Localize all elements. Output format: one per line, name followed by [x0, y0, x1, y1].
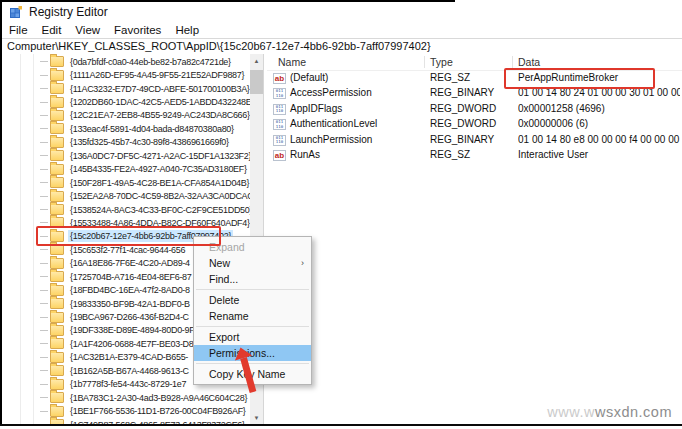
folder-icon: [50, 406, 64, 417]
tree-key-item[interactable]: {133eac4f-5891-4d04-bada-d84870380a80}: [2, 122, 250, 135]
scroll-down-icon[interactable]: ▼: [250, 411, 263, 424]
value-name: LaunchPermission: [290, 134, 372, 145]
folder-icon: [50, 164, 64, 175]
tree-key-label: {15c653f2-77f1-4cac-9644-656: [68, 244, 187, 256]
registry-value-row[interactable]: abRunAsREG_SZInteractive User: [267, 148, 682, 163]
registry-value-row[interactable]: ab(Default)REG_SZPerAppRuntimeBroker: [267, 71, 682, 86]
registry-value-row[interactable]: 011110AccessPermissionREG_BINARY01 00 14…: [267, 86, 682, 101]
tree-key-item[interactable]: {1111A26D-EF95-4A45-9F55-21E52ADF9887}: [2, 68, 250, 81]
tree-branch-line: [40, 384, 48, 385]
binary-value-icon: 011110: [273, 104, 286, 115]
registry-editor-window: Registry Editor File Edit View Favorites…: [0, 0, 682, 429]
context-menu-item-delete[interactable]: Delete: [194, 292, 311, 308]
tree-branch-line: [40, 169, 48, 170]
context-menu-item-rename[interactable]: Rename: [194, 308, 311, 324]
value-type: REG_SZ: [430, 149, 470, 160]
tree-key-item[interactable]: {152EA2A8-70DC-4C59-8B2A-32AA3CA0DCAC}: [2, 189, 250, 202]
screenshot-border-bottom: [0, 424, 682, 426]
context-menu-item-expand: Expand: [194, 239, 311, 255]
tree-key-label: {1AC32B1A-E379-4CAD-B655-: [68, 351, 190, 363]
tree-branch-line: [40, 397, 48, 398]
tree-key-item[interactable]: {1BE1F766-5536-11D1-B726-00C04FB926AF}: [2, 404, 250, 417]
tree-branch-line: [40, 115, 48, 116]
window-title: Registry Editor: [29, 5, 108, 19]
folder-icon: [50, 352, 64, 363]
context-menu-item-export[interactable]: Export: [194, 329, 311, 345]
menu-file[interactable]: File: [2, 24, 35, 36]
menu-edit[interactable]: Edit: [35, 24, 69, 36]
tree-branch-line: [40, 128, 48, 129]
tree-key-item[interactable]: {12C21EA7-2EB8-4B55-9249-AC243DA8C666}: [2, 109, 250, 122]
tree-key-item[interactable]: {1202DB60-1DAC-42C5-AED5-1ABDD432248E}: [2, 95, 250, 108]
folder-icon: [50, 271, 64, 282]
folder-icon: [50, 392, 64, 403]
context-menu-item-copy-key-name[interactable]: Copy Key Name: [194, 366, 311, 382]
menu-favorites[interactable]: Favorites: [107, 24, 168, 36]
scrollbar-thumb[interactable]: [250, 70, 263, 94]
string-value-icon: ab: [273, 150, 286, 161]
value-name: AuthenticationLevel: [290, 118, 377, 129]
tree-branch-line: [40, 276, 48, 277]
tree-branch-line: [40, 209, 48, 210]
tree-key-label: {16A18E86-7F6E-4C20-AD89-4: [68, 257, 192, 269]
tree-key-item[interactable]: {1BA783C1-2A30-4ad3-B928-A9A46C604C28}: [2, 391, 250, 404]
tree-key-label: {145B4335-FE2A-4927-A040-7C35AD3180EF}: [68, 163, 249, 175]
tree-branch-line: [40, 249, 48, 250]
registry-value-row[interactable]: 011110AppIDFlagsREG_DWORD0x00001258 (469…: [267, 102, 682, 117]
tree-branch-line: [40, 411, 48, 412]
tree-key-item[interactable]: {135fd325-45b7-4c30-89f8-4386961669f0}: [2, 136, 250, 149]
menu-view[interactable]: View: [68, 24, 107, 36]
menu-help[interactable]: Help: [168, 24, 206, 36]
context-menu-item-find[interactable]: Find...: [194, 271, 311, 287]
tree-key-label: {18FBD4BC-16EA-47f2-8AD0-8: [68, 284, 192, 296]
column-header-data[interactable]: Data: [518, 56, 540, 68]
context-menu-item-new[interactable]: New›: [194, 255, 311, 271]
column-header-type[interactable]: Type: [430, 56, 453, 68]
folder-icon: [50, 258, 64, 269]
menu-separator: [196, 289, 309, 290]
tree-key-label: {1202DB60-1DAC-42C5-AED5-1ABDD432248E}: [68, 96, 250, 108]
folder-icon: [50, 217, 64, 228]
context-menu: ExpandNew›Find...DeleteRenameExportPermi…: [193, 236, 312, 385]
folder-icon: [50, 338, 64, 349]
address-bar[interactable]: Computer\HKEY_CLASSES_ROOT\AppID\{15c20b…: [2, 38, 682, 55]
tree-key-item[interactable]: {145B4335-FE2A-4927-A040-7C35AD3180EF}: [2, 163, 250, 176]
folder-icon: [50, 191, 64, 202]
registry-value-row[interactable]: 011110LaunchPermissionREG_BINARY01 00 14…: [267, 133, 682, 148]
tree-key-label: {1538524A-8AC3-4C33-BF0C-C2F9CE51DD50}: [68, 204, 250, 216]
value-type: REG_DWORD: [430, 103, 496, 114]
tree-key-label: {135fd325-45b7-4c30-89f8-4386961669f0}: [68, 136, 231, 148]
tree-key-item[interactable]: {136A0DC7-DF5C-4271-A2AC-15DF1A1323F2}: [2, 149, 250, 162]
tree-key-item[interactable]: {150F28F1-49A5-4C28-BE1A-CFA854A1D04B}: [2, 176, 250, 189]
folder-icon: [50, 70, 64, 81]
tree-key-item[interactable]: {1538524A-8AC3-4C33-BF0C-C2F9CE51DD50}: [2, 203, 250, 216]
tree-key-item[interactable]: {15533488-4A86-4DDA-B82C-DF60F640ADF4}: [2, 216, 250, 229]
tree-branch-line: [40, 75, 48, 76]
header-separator[interactable]: [512, 56, 513, 68]
folder-icon: [50, 56, 64, 67]
value-type: REG_BINARY: [430, 87, 494, 98]
folder-icon: [50, 150, 64, 161]
value-name: AppIDFlags: [290, 103, 342, 114]
value-data: Interactive User: [518, 149, 680, 160]
header-separator[interactable]: [424, 56, 425, 68]
tree-key-item[interactable]: {0da7bfdf-c0a0-44eb-be82-b7a82c4721de}: [2, 55, 250, 68]
folder-icon: [50, 123, 64, 134]
tree-key-label: {1b7778f3-fe54-443c-8729-1e7: [68, 378, 188, 390]
binary-value-icon: 011110: [273, 119, 286, 130]
tree-key-label: {1BE1F766-5536-11D1-B726-00C04FB926AF}: [68, 405, 248, 417]
tree-branch-line: [40, 303, 48, 304]
watermark-light: www.w: [547, 404, 595, 420]
tree-key-item[interactable]: {11AC3232-E7D7-49CD-ABFE-501700100B3A}: [2, 82, 250, 95]
context-menu-item-permissions[interactable]: Permissions...: [194, 345, 311, 361]
scroll-up-icon[interactable]: ▲: [250, 54, 263, 67]
value-name: RunAs: [290, 149, 320, 160]
tree-branch-line: [40, 263, 48, 264]
folder-icon: [50, 285, 64, 296]
registry-value-row[interactable]: 011110AuthenticationLevelREG_DWORD0x0000…: [267, 117, 682, 132]
tree-key-label: {1B162A5B-B67A-4468-9613-C: [68, 365, 191, 377]
tree-key-label: {136A0DC7-DF5C-4271-A2AC-15DF1A1323F2}: [68, 150, 250, 162]
folder-icon: [50, 325, 64, 336]
column-header-name[interactable]: Name: [278, 56, 306, 68]
watermark: www.wwsxdn.com: [547, 404, 672, 420]
